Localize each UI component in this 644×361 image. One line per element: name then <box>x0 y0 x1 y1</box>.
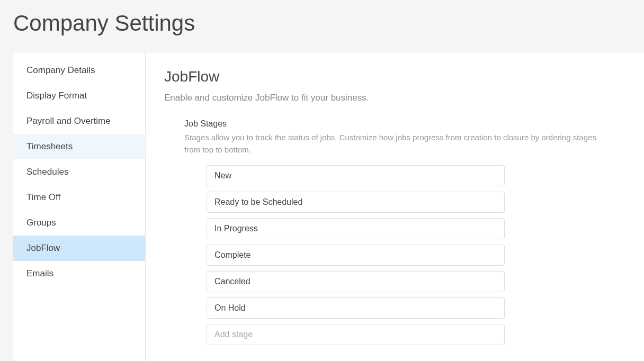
settings-sidebar: Company DetailsDisplay FormatPayroll and… <box>13 52 146 361</box>
sidebar-item-emails[interactable]: Emails <box>13 261 145 286</box>
stage-item[interactable]: Canceled <box>207 271 505 292</box>
stage-item[interactable]: Complete <box>207 245 505 266</box>
add-stage-input[interactable] <box>207 324 505 345</box>
main-content: JobFlow Enable and customize JobFlow to … <box>146 52 644 361</box>
section-description: Enable and customize JobFlow to fit your… <box>164 93 628 103</box>
sidebar-item-groups[interactable]: Groups <box>13 210 145 236</box>
stage-item[interactable]: Ready to be Scheduled <box>207 192 505 213</box>
page-title: Company Settings <box>13 11 631 36</box>
stage-item[interactable]: New <box>207 165 505 186</box>
stage-list: NewReady to be ScheduledIn ProgressCompl… <box>184 165 598 350</box>
sidebar-item-jobflow[interactable]: JobFlow <box>13 236 145 261</box>
stage-item[interactable]: In Progress <box>207 218 505 239</box>
sidebar-item-schedules[interactable]: Schedules <box>13 159 145 185</box>
sidebar-item-display-format[interactable]: Display Format <box>13 83 145 109</box>
sidebar-item-company-details[interactable]: Company Details <box>13 58 145 83</box>
section-title: JobFlow <box>164 68 628 85</box>
stage-item[interactable]: On Hold <box>207 297 505 319</box>
sidebar-item-timesheets[interactable]: Timesheets <box>13 134 145 159</box>
job-stages-description: Stages allow you to track the status of … <box>184 132 598 156</box>
job-stages-title: Job Stages <box>184 119 598 129</box>
sidebar-item-time-off[interactable]: Time Off <box>13 185 145 210</box>
sidebar-item-payroll-and-overtime[interactable]: Payroll and Overtime <box>13 109 145 134</box>
